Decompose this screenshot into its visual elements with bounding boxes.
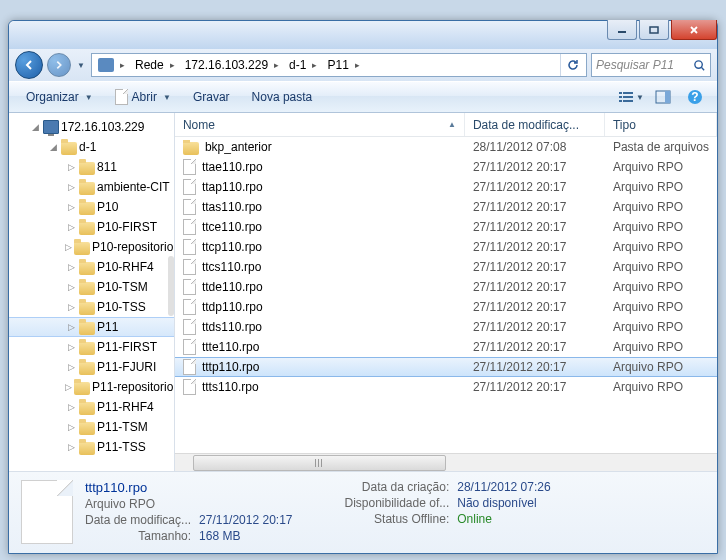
svg-rect-1 — [650, 27, 658, 33]
list-item[interactable]: ttds110.rpo27/11/2012 20:17Arquivo RPO — [175, 317, 717, 337]
tree-folder-node[interactable]: ▷P11-TSS — [9, 437, 174, 457]
tree-folder-node[interactable]: ▷P11-repositorio acumu... — [9, 377, 174, 397]
cell-date: 27/11/2012 20:17 — [465, 240, 605, 254]
tree-folder-node[interactable]: ▷P10 — [9, 197, 174, 217]
expand-icon[interactable]: ▷ — [65, 181, 77, 193]
search-input[interactable]: Pesquisar P11 — [591, 53, 711, 77]
tree-computer-node[interactable]: ◢ 172.16.103.229 — [9, 117, 174, 137]
tree-folder-node[interactable]: ▷P11-FIRST — [9, 337, 174, 357]
tree-label: P10 — [97, 200, 118, 214]
tree-folder-node[interactable]: ▷P10-TSS — [9, 297, 174, 317]
breadcrumb-segment[interactable]: P11▸ — [323, 54, 365, 76]
list-item[interactable]: ttde110.rpo27/11/2012 20:17Arquivo RPO — [175, 277, 717, 297]
cell-name: ttcs110.rpo — [175, 259, 465, 275]
folder-icon — [79, 342, 95, 355]
svg-rect-7 — [623, 92, 633, 94]
file-list-body[interactable]: bkp_anterior28/11/2012 07:08Pasta de arq… — [175, 137, 717, 453]
toolbar: Organizar▼ Abrir▼ Gravar Nova pasta ▼ ? — [9, 81, 717, 113]
breadcrumb-network-icon[interactable]: ▸ — [94, 54, 131, 76]
tree-folder-node[interactable]: ▷P10-TSM — [9, 277, 174, 297]
tree-folder-node[interactable]: ▷P11-TSM — [9, 417, 174, 437]
tree-folder-node[interactable]: ▷ambiente-CIT — [9, 177, 174, 197]
help-button[interactable]: ? — [681, 85, 709, 109]
cell-type: Arquivo RPO — [605, 300, 717, 314]
close-button[interactable] — [671, 20, 717, 40]
list-item[interactable]: ttae110.rpo27/11/2012 20:17Arquivo RPO — [175, 157, 717, 177]
list-item[interactable]: ttcs110.rpo27/11/2012 20:17Arquivo RPO — [175, 257, 717, 277]
list-item[interactable]: ttts110.rpo27/11/2012 20:17Arquivo RPO — [175, 377, 717, 397]
burn-button[interactable]: Gravar — [184, 85, 239, 109]
list-item[interactable]: ttdp110.rpo27/11/2012 20:17Arquivo RPO — [175, 297, 717, 317]
tree-label: P10-FIRST — [97, 220, 157, 234]
cell-name: ttdp110.rpo — [175, 299, 465, 315]
expand-icon[interactable]: ▷ — [65, 341, 77, 353]
column-name[interactable]: Nome▲ — [175, 113, 465, 136]
back-button[interactable] — [15, 51, 43, 79]
cell-type: Arquivo RPO — [605, 360, 717, 374]
list-item[interactable]: bkp_anterior28/11/2012 07:08Pasta de arq… — [175, 137, 717, 157]
scrollbar-thumb[interactable] — [193, 455, 446, 471]
breadcrumb-segment[interactable]: 172.16.103.229▸ — [181, 54, 285, 76]
open-button[interactable]: Abrir▼ — [106, 84, 180, 110]
expand-icon[interactable]: ▷ — [65, 401, 77, 413]
cell-name: ttas110.rpo — [175, 199, 465, 215]
refresh-button[interactable] — [560, 54, 584, 76]
expand-icon[interactable]: ▷ — [65, 241, 72, 253]
file-icon — [183, 179, 196, 195]
breadcrumb-segment[interactable]: d-1▸ — [285, 54, 323, 76]
new-folder-button[interactable]: Nova pasta — [243, 85, 322, 109]
tree-folder-node[interactable]: ▷P10-FIRST — [9, 217, 174, 237]
history-dropdown[interactable]: ▼ — [75, 55, 87, 75]
expand-icon[interactable]: ▷ — [65, 161, 77, 173]
details-pane: tttp110.rpo Arquivo RPO Data de modifica… — [9, 471, 717, 553]
expand-icon[interactable]: ▷ — [65, 201, 77, 213]
tree-folder-node[interactable]: ▷811 — [9, 157, 174, 177]
details-filename: tttp110.rpo — [85, 480, 292, 495]
tree-folder-node[interactable]: ▷P11-RHF4 — [9, 397, 174, 417]
expand-icon[interactable]: ▷ — [65, 361, 77, 373]
column-type[interactable]: Tipo — [605, 113, 717, 136]
tree-folder-node[interactable]: ▷P11 — [9, 317, 174, 337]
forward-button[interactable] — [47, 53, 71, 77]
breadcrumb-bar[interactable]: ▸ Rede▸172.16.103.229▸d-1▸P11▸ — [91, 53, 587, 77]
preview-pane-button[interactable] — [649, 85, 677, 109]
list-item[interactable]: ttcp110.rpo27/11/2012 20:17Arquivo RPO — [175, 237, 717, 257]
expand-icon[interactable]: ▷ — [65, 381, 72, 393]
list-item[interactable]: ttce110.rpo27/11/2012 20:17Arquivo RPO — [175, 217, 717, 237]
horizontal-scrollbar[interactable] — [175, 453, 717, 471]
expand-icon[interactable]: ▷ — [65, 421, 77, 433]
sort-indicator-icon: ▲ — [448, 120, 456, 129]
expand-icon[interactable]: ▷ — [65, 321, 77, 333]
expand-icon[interactable]: ▷ — [65, 301, 77, 313]
folder-tree[interactable]: ◢ 172.16.103.229 ◢ d-1 ▷811▷ambiente-CIT… — [9, 113, 175, 471]
tree-label: P10-TSM — [97, 280, 148, 294]
tree-scrollbar[interactable] — [168, 256, 174, 316]
tree-folder-node[interactable]: ▷P10-RHF4 — [9, 257, 174, 277]
maximize-button[interactable] — [639, 20, 669, 40]
expand-icon[interactable]: ▷ — [65, 261, 77, 273]
titlebar[interactable] — [9, 21, 717, 49]
tree-folder-node[interactable]: ▷P10-repositorio acumu... — [9, 237, 174, 257]
column-date[interactable]: Data de modificaç... — [465, 113, 605, 136]
cell-date: 27/11/2012 20:17 — [465, 180, 605, 194]
collapse-icon[interactable]: ◢ — [29, 121, 41, 133]
file-icon — [183, 159, 196, 175]
tree-share-node[interactable]: ◢ d-1 — [9, 137, 174, 157]
list-item[interactable]: tttp110.rpo27/11/2012 20:17Arquivo RPO — [175, 357, 717, 377]
list-item[interactable]: ttap110.rpo27/11/2012 20:17Arquivo RPO — [175, 177, 717, 197]
view-options-button[interactable]: ▼ — [617, 85, 645, 109]
expand-icon[interactable]: ▷ — [65, 221, 77, 233]
list-item[interactable]: ttte110.rpo27/11/2012 20:17Arquivo RPO — [175, 337, 717, 357]
list-item[interactable]: ttas110.rpo27/11/2012 20:17Arquivo RPO — [175, 197, 717, 217]
minimize-button[interactable] — [607, 20, 637, 40]
expand-icon[interactable]: ▷ — [65, 281, 77, 293]
organize-menu[interactable]: Organizar▼ — [17, 85, 102, 109]
expand-icon[interactable]: ▷ — [65, 441, 77, 453]
tree-folder-node[interactable]: ▷P11-FJURI — [9, 357, 174, 377]
folder-icon — [79, 282, 95, 295]
collapse-icon[interactable]: ◢ — [47, 141, 59, 153]
file-icon — [183, 199, 196, 215]
breadcrumb-segment[interactable]: Rede▸ — [131, 54, 181, 76]
tree-label: P11-repositorio acumu... — [92, 380, 175, 394]
cell-date: 28/11/2012 07:08 — [465, 140, 605, 154]
